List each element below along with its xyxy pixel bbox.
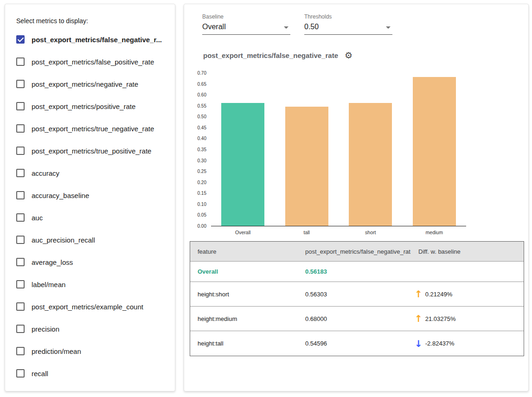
baseline-dropdown[interactable]: Baseline Overall: [202, 13, 290, 35]
metric-label: average_loss: [32, 258, 73, 266]
checkbox-unchecked-icon[interactable]: [16, 236, 25, 244]
y-axis-tick-label: 0.50: [184, 114, 206, 119]
metric-checkbox-row[interactable]: accuracy_baseline: [16, 184, 172, 206]
y-axis-tick-label: 0.20: [184, 180, 206, 185]
value-cell: 0.56303: [298, 291, 411, 298]
metric-label: post_export_metrics/false_negative_r...: [32, 36, 162, 44]
metric-list: post_export_metrics/false_negative_r...p…: [16, 28, 172, 384]
diff-value: 0.21249%: [425, 291, 453, 298]
checkbox-unchecked-icon[interactable]: [16, 147, 25, 155]
metric-label: auc: [32, 214, 43, 222]
metric-checkbox-row[interactable]: post_export_metrics/true_negative_rate: [16, 117, 172, 140]
checkbox-unchecked-icon[interactable]: [16, 369, 25, 378]
value-cell: 0.68000: [298, 315, 411, 322]
thresholds-dropdown-value: 0.50: [304, 21, 392, 35]
value-cell: 0.54596: [298, 340, 411, 347]
metric-label: prediction/mean: [32, 347, 81, 355]
down-arrow-icon: ↓: [415, 339, 423, 348]
up-arrow-icon: ↑: [415, 314, 423, 323]
x-axis-category-label: medium: [403, 230, 467, 235]
y-axis-tick-label: 0.60: [184, 92, 206, 97]
metric-label: precision: [32, 325, 59, 333]
checkbox-unchecked-icon[interactable]: [16, 347, 25, 355]
checkbox-unchecked-icon[interactable]: [16, 169, 25, 177]
metric-label: recall: [32, 370, 48, 378]
checkbox-unchecked-icon[interactable]: [16, 325, 25, 333]
feature-cell: height:medium: [190, 315, 298, 322]
checkbox-unchecked-icon[interactable]: [16, 80, 25, 88]
metric-label: post_export_metrics/true_positive_rate: [32, 147, 151, 155]
y-axis-tick-label: 0.25: [184, 169, 206, 174]
checkbox-unchecked-icon[interactable]: [16, 102, 25, 110]
table-header-cell: Diff. w. baseline: [411, 248, 524, 255]
metric-label: post_export_metrics/true_negative_rate: [32, 125, 154, 133]
table-row[interactable]: height:medium0.68000↑21.03275%: [190, 307, 524, 331]
thresholds-dropdown[interactable]: Thresholds 0.50: [304, 13, 392, 35]
metric-select-panel: Select metrics to display: post_export_m…: [5, 4, 175, 391]
metric-checkbox-row[interactable]: post_export_metrics/negative_rate: [16, 73, 172, 95]
checkbox-unchecked-icon[interactable]: [16, 58, 25, 66]
baseline-dropdown-label: Baseline: [202, 13, 290, 20]
metric-checkbox-row[interactable]: accuracy: [16, 162, 172, 184]
checkbox-unchecked-icon[interactable]: [16, 280, 25, 288]
y-axis-tick-label: 0.45: [184, 125, 206, 130]
value-cell: 0.56183: [298, 268, 411, 275]
y-axis-tick-label: 0.55: [184, 103, 206, 109]
metric-checkbox-row[interactable]: auc_precision_recall: [16, 229, 172, 251]
y-axis: 0.000.050.100.150.200.250.300.350.400.45…: [184, 73, 206, 226]
metric-checkbox-row[interactable]: recall: [16, 362, 172, 384]
y-axis-tick-label: 0.65: [184, 82, 206, 87]
x-axis: Overalltallshortmedium: [211, 230, 466, 236]
gear-icon[interactable]: ⚙: [345, 51, 353, 60]
metrics-display-panel: Baseline Overall Thresholds 0.50 post_ex…: [184, 4, 529, 391]
bar-medium[interactable]: [413, 77, 456, 226]
diff-cell: ↓-2.82437%: [411, 339, 524, 348]
metric-label: post_export_metrics/example_count: [32, 303, 143, 311]
metric-checkbox-row[interactable]: average_loss: [16, 251, 172, 273]
metric-checkbox-row[interactable]: auc: [16, 206, 172, 229]
metric-label: accuracy: [32, 169, 59, 177]
bar-tall[interactable]: [285, 107, 328, 226]
metric-label: post_export_metrics/negative_rate: [32, 80, 138, 88]
y-axis-tick-label: 0.05: [184, 212, 206, 218]
metric-select-title: Select metrics to display:: [16, 17, 88, 25]
bar-short[interactable]: [349, 103, 392, 226]
x-axis-category-label: short: [339, 230, 403, 235]
table-header-row: featurepost_export_metrics/false_negativ…: [190, 242, 524, 262]
metric-label: auc_precision_recall: [32, 236, 95, 244]
table-header-cell: feature: [190, 248, 298, 255]
metrics-table: featurepost_export_metrics/false_negativ…: [190, 241, 524, 356]
metric-checkbox-row[interactable]: post_export_metrics/false_negative_r...: [16, 28, 172, 51]
y-axis-tick-label: 0.35: [184, 147, 206, 152]
metric-checkbox-row[interactable]: post_export_metrics/true_positive_rate: [16, 140, 172, 162]
chevron-down-icon: [284, 26, 288, 29]
table-row[interactable]: Overall0.56183: [190, 262, 524, 282]
y-axis-tick-label: 0.70: [184, 70, 206, 76]
metric-checkbox-row[interactable]: post_export_metrics/positive_rate: [16, 95, 172, 117]
x-axis-category-label: tall: [275, 230, 339, 235]
metric-checkbox-row[interactable]: precision: [16, 318, 172, 340]
table-row[interactable]: height:tall0.54596↓-2.82437%: [190, 331, 524, 356]
checkbox-unchecked-icon[interactable]: [16, 124, 25, 133]
feature-cell: height:short: [190, 291, 298, 298]
checkbox-unchecked-icon[interactable]: [16, 302, 25, 311]
bar-overall[interactable]: [221, 103, 264, 226]
diff-value: 21.03275%: [425, 315, 456, 322]
checkbox-unchecked-icon[interactable]: [16, 191, 25, 199]
metric-label: post_export_metrics/positive_rate: [32, 102, 135, 110]
checkbox-unchecked-icon[interactable]: [16, 258, 25, 266]
y-axis-tick-label: 0.00: [184, 224, 206, 229]
table-row[interactable]: height:short0.56303↑0.21249%: [190, 282, 524, 307]
metric-checkbox-row[interactable]: prediction/mean: [16, 340, 172, 362]
baseline-dropdown-value: Overall: [202, 21, 290, 35]
checkbox-checked-icon[interactable]: [16, 35, 25, 44]
bar-chart-plot-area: [211, 73, 466, 226]
metric-checkbox-row[interactable]: post_export_metrics/example_count: [16, 295, 172, 318]
metric-checkbox-row[interactable]: label/mean: [16, 273, 172, 295]
x-axis-category-label: Overall: [211, 230, 275, 235]
y-axis-tick-label: 0.40: [184, 136, 206, 141]
metric-checkbox-row[interactable]: post_export_metrics/false_positive_rate: [16, 51, 172, 73]
chevron-down-icon: [386, 26, 391, 29]
checkbox-unchecked-icon[interactable]: [16, 213, 25, 222]
feature-cell: Overall: [190, 268, 298, 275]
